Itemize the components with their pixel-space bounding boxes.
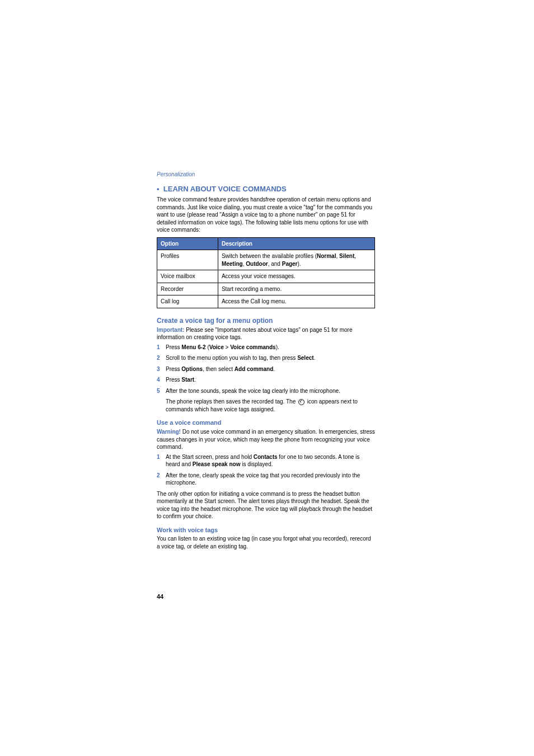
- text: .: [273, 366, 275, 372]
- heading-text: LEARN ABOUT VOICE COMMANDS: [163, 185, 287, 193]
- important-text: Please see "Important notes about voice …: [157, 327, 353, 341]
- warning-text: Do not use voice command in an emergency…: [157, 429, 375, 450]
- text: >: [224, 344, 230, 350]
- text: Voice: [209, 344, 224, 350]
- use-steps: 1 At the Start screen, press and hold Co…: [157, 453, 375, 487]
- cell-description: Access the Call log menu.: [218, 295, 374, 308]
- text: After the tone, clearly speak the voice …: [166, 472, 360, 486]
- text: Menu 6-2: [181, 344, 205, 350]
- text: Scroll to the menu option you wish to ta…: [166, 355, 297, 361]
- breadcrumb: Personalization: [157, 171, 375, 179]
- text: , then select: [203, 366, 235, 372]
- warning-label: Warning!: [157, 429, 181, 435]
- text: Add command: [235, 366, 273, 372]
- options-table: Option Description Profiles Switch betwe…: [157, 237, 375, 308]
- cell-description: Start recording a memo.: [218, 283, 374, 295]
- text: ).: [276, 344, 279, 350]
- work-text: You can listen to an existing voice tag …: [157, 535, 375, 550]
- text: , and: [268, 261, 282, 267]
- text: Press: [166, 344, 181, 350]
- cell-option: Call log: [157, 295, 218, 308]
- create-steps: 1 Press Menu 6-2 (Voice > Voice commands…: [157, 344, 375, 395]
- section-heading: • LEARN ABOUT VOICE COMMANDS: [157, 184, 375, 194]
- table-row: Voice mailbox Access your voice messages…: [157, 270, 375, 283]
- text: Please speak now: [193, 461, 241, 467]
- text: Contacts: [254, 454, 278, 460]
- text: Options: [181, 366, 203, 372]
- text: Pager: [282, 261, 298, 267]
- text: Start: [181, 377, 194, 383]
- list-item: 3 Press Options, then select Add command…: [157, 365, 375, 373]
- th-option: Option: [157, 237, 218, 250]
- text: .: [194, 377, 196, 383]
- text: ).: [298, 261, 301, 267]
- use-footer: The only other option for initiating a v…: [157, 490, 375, 520]
- table-row: Call log Access the Call log menu.: [157, 295, 375, 308]
- important-label: Important:: [157, 327, 184, 333]
- text: Press: [166, 377, 181, 383]
- text: ,: [354, 253, 356, 259]
- text: Meeting: [222, 261, 243, 267]
- text: .: [314, 355, 316, 361]
- cell-description: Access your voice messages.: [218, 270, 374, 283]
- text: is displayed.: [240, 461, 273, 467]
- list-item: 4 Press Start.: [157, 376, 375, 384]
- th-description: Description: [218, 237, 374, 250]
- bullet-icon: •: [157, 185, 163, 193]
- table-row: Profiles Switch between the available pr…: [157, 250, 375, 270]
- list-item: 1 At the Start screen, press and hold Co…: [157, 453, 375, 468]
- text: Press: [166, 366, 181, 372]
- list-item: 2 Scroll to the menu option you wish to …: [157, 354, 375, 362]
- text: Normal: [317, 253, 336, 259]
- work-heading: Work with voice tags: [157, 526, 375, 534]
- list-item: 1 Press Menu 6-2 (Voice > Voice commands…: [157, 344, 375, 351]
- text: After the tone sounds, speak the voice t…: [166, 388, 340, 394]
- voice-tag-icon: [298, 399, 305, 405]
- replay-note: The phone replays then saves the recorde…: [166, 398, 375, 413]
- intro-paragraph: The voice command feature provides hands…: [157, 196, 375, 234]
- text: Silent: [339, 253, 354, 259]
- cell-option: Voice mailbox: [157, 270, 218, 283]
- text: Outdoor: [246, 261, 268, 267]
- cell-option: Profiles: [157, 250, 218, 270]
- text: Voice commands: [230, 344, 276, 350]
- text: Select: [297, 355, 313, 361]
- page-number: 44: [157, 593, 163, 600]
- warning-note: Warning! Do not use voice command in an …: [157, 428, 375, 451]
- list-item: 5 After the tone sounds, speak the voice…: [157, 387, 375, 395]
- create-heading: Create a voice tag for a menu option: [157, 316, 375, 325]
- use-heading: Use a voice command: [157, 419, 375, 427]
- cell-option: Recorder: [157, 283, 218, 295]
- text: The phone replays then saves the recorde…: [166, 398, 297, 405]
- page-content: Personalization • LEARN ABOUT VOICE COMM…: [157, 171, 375, 552]
- table-row: Recorder Start recording a memo.: [157, 283, 375, 295]
- cell-description: Switch between the available profiles (N…: [218, 250, 374, 270]
- text: Switch between the available profiles (: [222, 253, 317, 259]
- text: At the Start screen, press and hold: [166, 454, 254, 460]
- list-item: 2 After the tone, clearly speak the voic…: [157, 472, 375, 487]
- important-note: Important: Please see "Important notes a…: [157, 326, 375, 341]
